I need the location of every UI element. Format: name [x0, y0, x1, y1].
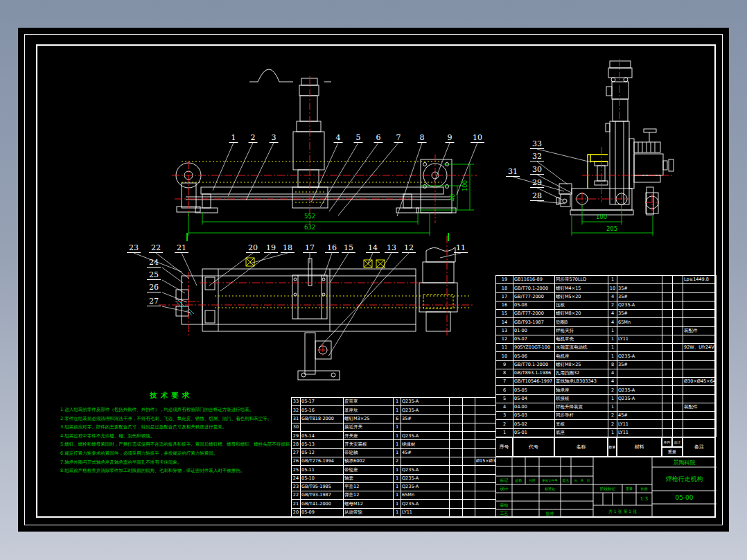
part-row-16: 1605-08压板2Q235-A — [496, 301, 717, 309]
part-row-11: 1190SYZ01GT-100永磁直流电动机192W、Ufr24V — [496, 344, 717, 352]
parts-list-header: 序号 代号 名称 数量 材料 单件 总计 重量 备注 — [495, 437, 716, 457]
header-col-total-weight: 总计 — [672, 437, 683, 447]
balloon-13: 13 — [385, 244, 398, 253]
header-col-remark: 备注 — [683, 437, 716, 457]
side-dimension-100: 100 — [596, 214, 607, 220]
scale-label: 比例 — [636, 484, 652, 493]
header-col-code: 代号 — [513, 437, 554, 457]
title-block: 标记 处数 分区 更改文件号 签名 年、月、日 设计 标准化 审核 工艺 批准 … — [495, 457, 716, 517]
tech-requirement-line-1: 1.进入组装的零件及部件（包括外购件、外协件），均必须具有检验部门的合格证方能进… — [60, 405, 296, 414]
plan-hatch-cyan — [176, 300, 194, 315]
balloon-1: 1 — [229, 134, 238, 143]
part-row-30: 30接近开关1 — [292, 423, 496, 431]
part-row-17: 17GB/T77-2000螺钉M5×20435# — [496, 292, 717, 301]
balloon-9: 9 — [446, 134, 455, 143]
part-row-20: 2005-09从动带轮1LY11 — [292, 508, 496, 516]
standardize-label: 标准化 — [539, 484, 561, 493]
plan-hidden-yellow — [215, 258, 471, 308]
part-row-7: 7GB/T10546-1997直线轴承LB3033434Ø30×Ø45×64 — [496, 378, 717, 386]
balloon-33: 33 — [530, 140, 544, 149]
part-row-21: 21GB/T41-2000螺母M121Q235-A — [292, 500, 496, 508]
revision-count-label: 处数 — [512, 476, 525, 484]
part-row-1: 105-01底座1LY11 — [496, 428, 717, 437]
revision-signature-label: 签名 — [561, 476, 571, 484]
tech-requirement-line-8: 8.组装前严格检查并清除零件加工时残留的锐角、毛刺和异物，保证密封件装入时不被擦… — [60, 466, 296, 475]
revision-zone-label: 分区 — [525, 476, 539, 484]
balloon-30: 30 — [530, 166, 544, 175]
balloon-19: 19 — [264, 244, 278, 253]
header-col-material: 材料 — [617, 437, 662, 457]
revision-date-label: 年、月、日 — [571, 476, 593, 484]
tech-requirement-line-5: 5.螺钉、螺栓和螺母紧固时，严禁打击或使用不合适的旋具和扳手。紧固后螺钉槽、螺母… — [60, 440, 296, 449]
parts-list-right: 19GB11616-89同步带570LLD1Lp≥1449.818GB/T70.… — [495, 275, 716, 437]
part-row-25: 2505-11带轮座1Q235-A — [292, 466, 496, 474]
balloon-4: 4 — [334, 134, 343, 143]
part-row-6: 605-05轴承座2Q235-A — [496, 386, 717, 394]
balloon-28: 28 — [530, 192, 544, 201]
part-row-26: 26GB/T276-1994轴承60022Ø15×Ø32×9 — [292, 457, 496, 465]
balloon-27: 27 — [147, 297, 161, 306]
header-col-name: 名称 — [554, 437, 608, 457]
sheet-info: 共 1 张 第 1 张 — [593, 505, 652, 518]
plan-centerlines — [159, 236, 475, 356]
company-name: 景陶科院 — [652, 457, 717, 467]
part-row-19: 19GB11616-89同步带570LLD1Lp≥1449.8 — [496, 276, 717, 284]
balloon-21: 21 — [175, 244, 188, 253]
drawing-canvas: 1234567891023222120191817161514131211242… — [18, 28, 729, 532]
header-col-qty: 数量 — [608, 437, 617, 457]
part-row-27: 2705-12带轮轴145# — [292, 448, 496, 457]
tech-requirement-line-2: 2.零件在组装前必须清理和清洗干净，不得有毛刺、飞边、氧化皮、锈蚀、切屑、油污、… — [60, 414, 296, 423]
approve-label: 批准 — [539, 509, 561, 518]
part-row-28: 2805-13开关安装板1绝缘材 — [292, 440, 496, 448]
weight-label: 重量 — [622, 484, 636, 493]
part-row-15: 15GB/T77-2000螺钉M8×20435# — [496, 310, 717, 318]
part-row-3: 305-03同步导杆245# — [496, 412, 717, 420]
balloon-14: 14 — [366, 244, 380, 253]
balloon-23: 23 — [127, 244, 141, 253]
part-row-10: 1005-06电机座1Q235-A — [496, 352, 717, 360]
part-row-29: 2905-14开关座1Q235-A — [292, 432, 496, 440]
tech-requirement-line-7: 7.轴承外圈与开式轴承座及轴承盖的半圆孔不准有卡住现象。 — [60, 458, 296, 467]
drawing-title: 焊枪行走机构 — [652, 467, 717, 491]
part-row-23: 23GB/T95-1985平垫121Q235-A — [292, 482, 496, 491]
part-row-4: 404-00焊枪升降装置1装配件 — [496, 403, 717, 411]
header-col-weight: 重量 — [662, 447, 683, 457]
part-row-24: 2405-10轴套1Q235-A — [292, 474, 496, 482]
balloon-16: 16 — [325, 244, 339, 253]
balloon-26: 26 — [147, 283, 161, 292]
part-row-33: 3305-17皮带罩1Q235-A — [292, 398, 496, 406]
balloon-22: 22 — [149, 244, 163, 253]
side-view — [556, 61, 674, 215]
balloon-5: 5 — [354, 134, 363, 143]
part-row-18: 18GB/T70.1-2000螺钉M4×151035# — [496, 284, 717, 292]
side-dimension-205: 205 — [606, 226, 617, 232]
front-dimension-552: 552 — [304, 213, 315, 220]
balloon-17: 17 — [303, 244, 317, 253]
tech-requirement-line-4: 4.组装过程中零件不允许磕、碰、划伤和锈蚀。 — [60, 432, 296, 441]
balloon-15: 15 — [342, 244, 355, 253]
tech-requirement-line-3: 3.组装前应对零、部件的主要配合尺寸，特别是过盈配合尺寸及相关精度进行复查。 — [60, 423, 296, 432]
front-dimension-100: 100 — [462, 180, 468, 191]
balloon-7: 7 — [394, 134, 403, 143]
balloon-10: 10 — [471, 134, 484, 143]
parts-list-left: 3305-17皮带罩1Q235-A3205-16基座块1Q235-A31GB/T… — [291, 397, 495, 517]
front-dimension-632: 632 — [304, 225, 315, 231]
balloon-18: 18 — [281, 244, 295, 253]
audit-label: 审核 — [496, 501, 512, 509]
part-row-5: 505-04联接板1Q235-A — [496, 394, 717, 403]
part-row-13: 1301-00焊枪夹持1装配件 — [496, 326, 717, 335]
plan-section-marks — [187, 233, 448, 241]
tech-requirement-line-6: 6.规定拧紧力矩要求的紧固件，必须采用力矩扳手，并按规定的拧紧力矩紧固。 — [60, 449, 296, 458]
part-row-12: 1205-07电机罩壳1LY11 — [496, 335, 717, 343]
scale-value: 1:3 — [636, 493, 652, 505]
balloon-31: 31 — [506, 168, 520, 177]
revision-changefile-label: 更改文件号 — [539, 476, 561, 484]
part-row-14: 14GB/T93-1987垫圈8465Mn — [496, 318, 717, 326]
plan-view — [176, 247, 457, 380]
balloon-2: 2 — [249, 134, 258, 143]
part-row-2: 205-02支板2LY11 — [496, 420, 717, 428]
balloon-32: 32 — [530, 152, 544, 161]
part-row-22: 22GB/T93-1987弹垫12165Mn — [292, 491, 496, 500]
balloon-20: 20 — [246, 244, 260, 253]
front-dimension-40: 40 — [450, 194, 456, 202]
